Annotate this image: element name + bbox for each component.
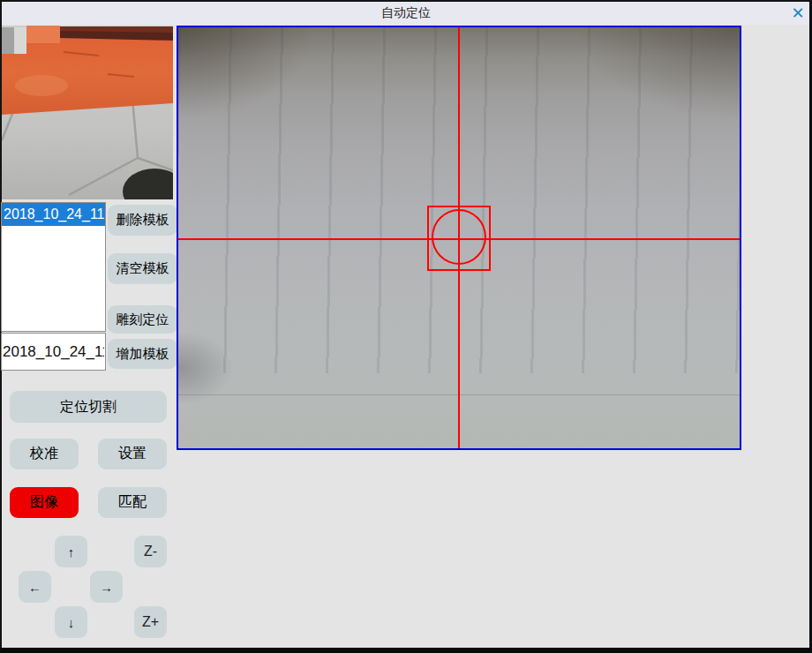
settings-button[interactable]: 设置: [98, 439, 167, 469]
camera-live-view[interactable]: [177, 26, 741, 450]
template-thumbnail-image: [2, 26, 173, 199]
engrave-position-button[interactable]: 雕刻定位: [108, 305, 177, 334]
close-icon[interactable]: ✕: [786, 4, 809, 23]
jog-left-button[interactable]: ←: [19, 571, 51, 603]
list-item-template[interactable]: 2018_10_24_11: [2, 203, 105, 226]
image-button-active[interactable]: 图像: [10, 487, 79, 518]
jog-down-button[interactable]: ↓: [55, 606, 87, 638]
add-template-button[interactable]: 增加模板: [108, 339, 177, 369]
jog-z-minus-button[interactable]: Z-: [134, 536, 167, 567]
match-button[interactable]: 匹配: [98, 487, 167, 518]
jog-up-button[interactable]: ↑: [55, 536, 87, 567]
delete-template-button[interactable]: 删除模板: [108, 205, 177, 236]
jog-right-button[interactable]: →: [90, 571, 123, 603]
position-cut-button[interactable]: 定位切割: [10, 391, 167, 423]
window-title: 自动定位: [0, 5, 812, 21]
template-name-input[interactable]: [1, 333, 106, 371]
calibrate-button[interactable]: 校准: [10, 439, 79, 469]
target-region-circle: [432, 209, 486, 265]
clear-templates-button[interactable]: 清空模板: [108, 253, 177, 284]
window-border-bottom: [0, 648, 812, 653]
jog-z-plus-button[interactable]: Z+: [134, 606, 167, 638]
template-listbox[interactable]: 2018_10_24_11: [1, 202, 106, 332]
